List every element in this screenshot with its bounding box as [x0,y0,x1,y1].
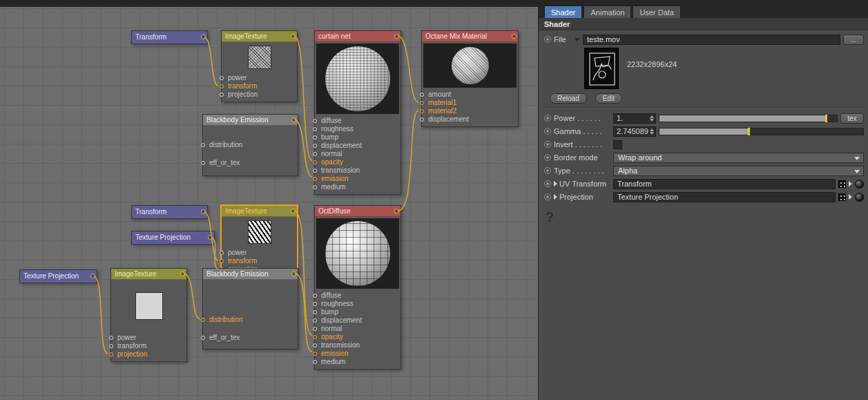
edit-button[interactable]: Edit [595,93,622,104]
output-port[interactable] [90,274,95,278]
output-port[interactable] [291,117,296,122]
node-header[interactable]: ImageTexture [111,269,186,280]
expander-arrow-icon[interactable] [849,194,852,200]
node-header[interactable]: Transform [132,206,207,218]
input-port[interactable] [420,109,424,113]
keyframe-circle-icon[interactable] [544,154,551,161]
output-port[interactable] [201,209,206,214]
input-port[interactable] [313,127,317,131]
gamma-slider-handle[interactable] [748,128,750,135]
keyframe-circle-icon[interactable] [544,115,551,122]
power-number-field[interactable]: 1. [613,113,656,124]
input-port[interactable] [313,327,317,331]
keyframe-circle-icon[interactable] [544,167,551,174]
node-octdiffuse[interactable]: OctDiffuse diffuse roughness bump displa… [314,205,401,370]
output-port[interactable] [291,209,296,213]
node-texture-projection-bottom[interactable]: Texture Projection [19,269,97,283]
input-port[interactable] [313,360,317,364]
input-port[interactable] [420,101,424,105]
browse-button[interactable]: ... [843,35,864,45]
output-port[interactable] [208,235,213,240]
output-port[interactable] [180,272,185,276]
node-header[interactable]: curtain net [315,31,401,42]
node-octane-mix-material[interactable]: Octane Mix Material amount material1 mat… [421,30,519,127]
movie-thumbnail[interactable] [584,48,619,89]
input-port[interactable] [201,318,205,322]
gamma-slider[interactable] [659,128,864,135]
invert-checkbox[interactable] [613,140,622,149]
output-port[interactable] [291,34,296,39]
power-slider-handle[interactable] [825,115,827,122]
input-port[interactable] [313,152,317,156]
node-header[interactable]: Blackbody Emission [203,269,298,280]
keyframe-circle-icon[interactable] [544,193,551,200]
input-port[interactable] [313,318,317,323]
input-port[interactable] [201,336,205,340]
projection-input[interactable] [613,192,836,202]
node-blackbody-emission-top[interactable]: Blackbody Emission distribution eff_or_t… [202,114,298,176]
expander-arrow-icon[interactable] [554,181,557,187]
node-curtain-net[interactable]: curtain net diffuse roughness bump displ… [314,30,401,195]
node-texture-projection-mid[interactable]: Texture Projection [131,231,215,245]
input-port[interactable] [313,343,317,347]
tab-shader[interactable]: Shader [544,6,582,18]
node-imagetexture-top[interactable]: ImageTexture power transform projection [221,30,298,102]
input-port[interactable] [201,161,205,165]
gamma-value[interactable]: 2.745089 [614,127,649,135]
node-imagetexture-mid[interactable]: ImageTexture power transform projection [221,205,298,277]
gamma-number-field[interactable]: 2.745089 [613,126,656,137]
output-port[interactable] [394,209,399,213]
reload-button[interactable]: Reload [550,93,587,104]
file-menu-arrow-icon[interactable] [575,38,580,41]
node-header[interactable]: ImageTexture [222,31,297,42]
node-header[interactable]: Octane Mix Material [422,31,518,42]
input-port[interactable] [313,177,317,181]
node-blackbody-emission-bottom[interactable]: Blackbody Emission distribution eff_or_t… [202,268,298,350]
input-port[interactable] [109,344,113,348]
input-port[interactable] [313,294,317,298]
input-port[interactable] [313,119,317,123]
node-editor-canvas[interactable]: Transform ImageTexture power transform p… [0,0,538,400]
node-header[interactable]: Texture Projection [132,231,214,244]
input-port[interactable] [313,302,317,306]
node-header[interactable]: Transform [132,31,207,44]
input-port[interactable] [220,76,224,80]
input-port[interactable] [313,160,317,164]
node-header[interactable]: OctDiffuse [315,206,401,217]
datatype-grid-icon[interactable] [838,193,846,201]
input-port[interactable] [313,144,317,148]
keyframe-circle-icon[interactable] [544,128,551,135]
border-mode-dropdown[interactable]: Wrap around [613,153,864,163]
expander-arrow-icon[interactable] [849,181,852,187]
keyframe-circle-icon[interactable] [544,180,551,187]
input-port[interactable] [220,93,224,97]
node-imagetexture-bottom[interactable]: ImageTexture power transform projection [110,268,187,362]
input-port[interactable] [420,93,424,97]
input-port[interactable] [220,259,224,263]
tab-animation[interactable]: Animation [584,6,631,18]
input-port[interactable] [313,135,317,140]
datatype-grid-icon[interactable] [838,180,846,188]
input-port[interactable] [109,352,113,356]
input-port[interactable] [201,143,205,147]
node-transform-mid[interactable]: Transform [131,205,208,219]
node-ball-icon[interactable] [855,180,864,189]
output-port[interactable] [394,34,399,39]
stepper-icon[interactable] [649,115,655,122]
uv-transform-input[interactable] [613,179,836,189]
power-slider[interactable] [659,115,838,122]
type-dropdown[interactable]: Alpha [613,166,864,176]
output-port[interactable] [512,34,517,39]
input-port[interactable] [220,251,224,255]
expander-arrow-icon[interactable] [554,194,557,200]
stepper-icon[interactable] [649,128,655,135]
power-value[interactable]: 1. [614,114,649,122]
node-transform-top[interactable]: Transform [131,30,208,44]
output-port[interactable] [201,35,206,39]
output-port[interactable] [291,272,296,276]
input-port[interactable] [313,310,317,314]
node-ball-icon[interactable] [855,193,864,202]
node-header[interactable]: ImageTexture [222,206,297,217]
tab-user-data[interactable]: User Data [633,6,681,18]
file-path-input[interactable] [583,35,840,45]
